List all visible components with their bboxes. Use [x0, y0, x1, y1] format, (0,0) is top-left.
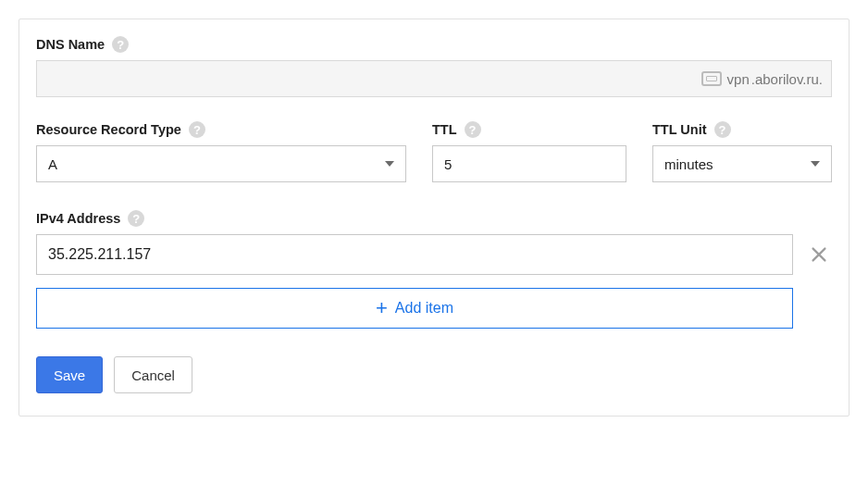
dns-name-label-text: DNS Name [36, 37, 105, 52]
ttl-unit-label-text: TTL Unit [652, 122, 707, 137]
add-item-button[interactable]: + Add item [36, 288, 793, 329]
ttl-input[interactable] [432, 145, 626, 182]
action-bar: Save Cancel [36, 356, 832, 393]
ttl-unit-select[interactable]: minutes [652, 145, 832, 182]
save-button[interactable]: Save [36, 356, 103, 393]
ipv4-row [36, 234, 832, 275]
chevron-down-icon [811, 161, 820, 167]
dns-name-field-wrap: vpn .aborilov.ru. [36, 60, 832, 97]
dns-name-label: DNS Name ? [36, 36, 832, 53]
record-type-label-text: Resource Record Type [36, 122, 181, 137]
dns-name-input[interactable] [36, 60, 832, 97]
help-icon[interactable]: ? [714, 121, 731, 138]
record-type-value: A [48, 156, 57, 172]
record-type-select[interactable]: A [36, 145, 406, 182]
chevron-down-icon [385, 161, 394, 167]
ttl-unit-label: TTL Unit ? [652, 121, 832, 138]
ipv4-input[interactable] [36, 234, 793, 275]
ttl-col: TTL ? [432, 121, 626, 182]
ipv4-label: IPv4 Address ? [36, 210, 832, 227]
ttl-label: TTL ? [432, 121, 626, 138]
close-icon [809, 244, 829, 265]
plus-icon: + [376, 298, 388, 318]
ttl-unit-value: minutes [664, 156, 713, 172]
ttl-label-text: TTL [432, 122, 457, 137]
help-icon[interactable]: ? [465, 121, 481, 138]
help-icon[interactable]: ? [128, 210, 144, 227]
record-type-label: Resource Record Type ? [36, 121, 406, 138]
ipv4-label-text: IPv4 Address [36, 211, 120, 226]
record-type-col: Resource Record Type ? A [36, 121, 406, 182]
cancel-button[interactable]: Cancel [114, 356, 192, 393]
remove-item-button[interactable] [806, 242, 832, 267]
record-row: Resource Record Type ? A TTL ? TTL Unit … [36, 121, 832, 182]
ipv4-section: IPv4 Address ? + Add item [36, 210, 832, 329]
dns-record-panel: DNS Name ? vpn .aborilov.ru. Resource Re… [19, 19, 849, 417]
ttl-unit-col: TTL Unit ? minutes [652, 121, 832, 182]
add-item-label: Add item [395, 300, 453, 317]
help-icon[interactable]: ? [189, 121, 205, 138]
help-icon[interactable]: ? [112, 36, 129, 53]
